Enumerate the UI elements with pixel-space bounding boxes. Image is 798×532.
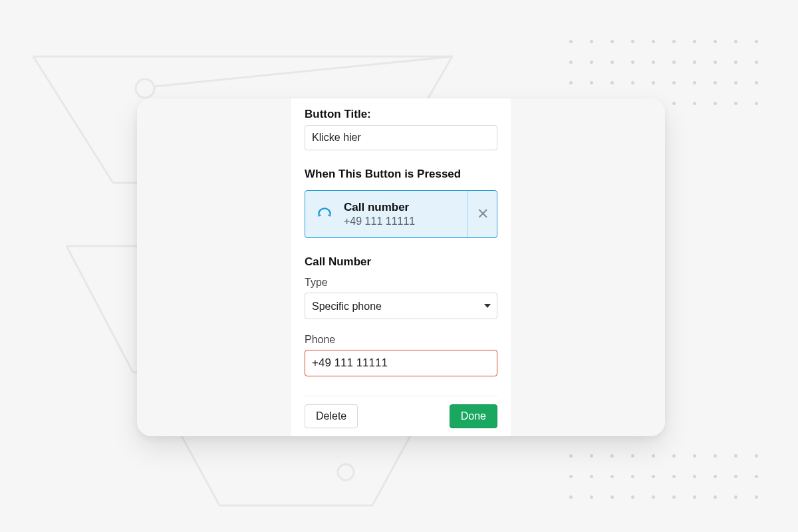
- card-gutter-left: [137, 98, 291, 436]
- call-number-section-label: Call Number: [305, 255, 497, 269]
- type-label: Type: [305, 277, 497, 289]
- when-pressed-label: When This Button is Pressed: [305, 168, 497, 181]
- svg-point-0: [136, 79, 154, 98]
- button-title-input[interactable]: [305, 125, 497, 150]
- phone-input[interactable]: [305, 350, 497, 376]
- button-title-label: Button Title:: [305, 108, 497, 121]
- action-subtitle: +49 111 11111: [344, 215, 467, 228]
- svg-point-2: [338, 464, 354, 480]
- decorative-dot-grid-bottom: [569, 454, 758, 499]
- delete-button[interactable]: Delete: [305, 404, 358, 428]
- button-config-panel: Button Title: When This Button is Presse…: [291, 98, 511, 436]
- action-call-number-card[interactable]: Call number +49 111 11111 ✕: [305, 190, 497, 238]
- close-icon: ✕: [477, 207, 489, 221]
- phone-label: Phone: [305, 334, 497, 346]
- decorative-shape-bottom: [173, 426, 452, 519]
- action-remove-button[interactable]: ✕: [467, 191, 497, 237]
- type-select[interactable]: Specific phone: [305, 293, 497, 319]
- phone-icon: [305, 205, 344, 223]
- done-button[interactable]: Done: [450, 404, 497, 428]
- card-gutter-right: [511, 98, 665, 436]
- action-title: Call number: [344, 200, 467, 214]
- settings-card: Button Title: When This Button is Presse…: [137, 98, 665, 436]
- footer-bar: Delete Done: [305, 396, 497, 428]
- svg-line-1: [154, 57, 452, 86]
- decorative-dot-grid-top: [569, 40, 758, 105]
